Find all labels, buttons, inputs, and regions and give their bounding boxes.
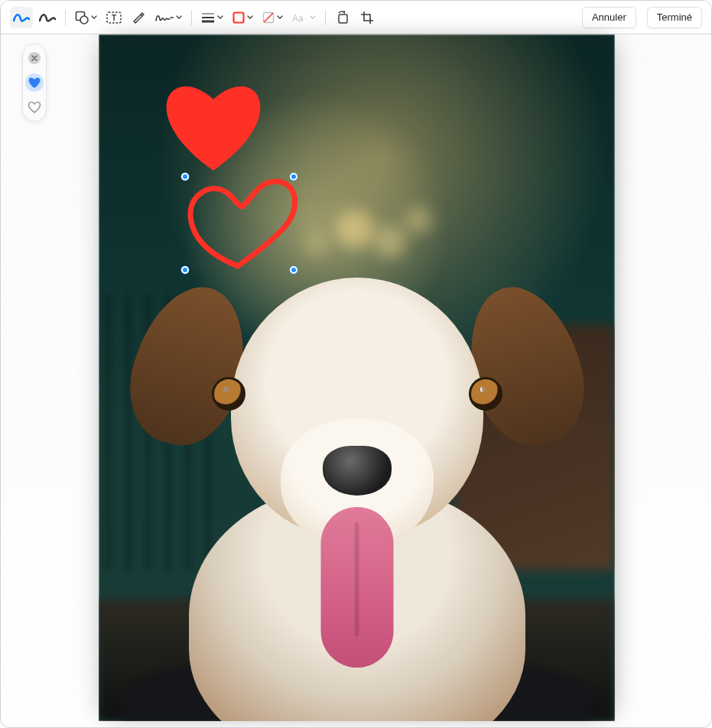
shapes-menu[interactable] — [72, 7, 100, 28]
close-icon — [28, 52, 41, 64]
selection-handle-tl[interactable] — [181, 173, 189, 180]
draw-icon — [39, 11, 56, 24]
heart-sketch-annotation[interactable] — [183, 168, 305, 279]
chevron-down-icon — [217, 15, 223, 19]
crop-icon — [360, 11, 374, 24]
markup-toolbar: T — [1, 1, 711, 34]
heart-outline-option[interactable] — [25, 98, 44, 116]
chevron-down-icon — [277, 15, 283, 19]
heart-outline-icon — [28, 101, 41, 113]
close-palette[interactable] — [25, 49, 44, 67]
sign-menu[interactable] — [152, 7, 185, 28]
separator — [65, 10, 66, 25]
chevron-down-icon — [310, 15, 316, 19]
selection-handle-bl[interactable] — [181, 266, 189, 274]
image-canvas[interactable] — [99, 34, 615, 721]
sketch-icon — [13, 11, 30, 24]
svg-text:T: T — [112, 14, 116, 22]
text-tool[interactable]: T — [103, 7, 125, 28]
highlight-tool[interactable] — [128, 7, 149, 28]
selection-handle-br[interactable] — [290, 266, 297, 274]
signature-icon — [155, 11, 174, 24]
sketch-suggestion-palette — [22, 44, 47, 122]
heart-filled-option[interactable] — [25, 73, 44, 92]
chevron-down-icon — [247, 15, 253, 19]
separator — [191, 10, 192, 25]
draw-tool[interactable] — [36, 7, 59, 28]
text-style-icon: Aa — [292, 12, 307, 23]
rotate-tool[interactable] — [332, 7, 353, 28]
cancel-button[interactable]: Annuler — [582, 7, 636, 28]
selection-handle-tr[interactable] — [290, 173, 297, 180]
stroke-weight-menu[interactable] — [198, 7, 226, 28]
sketch-tool[interactable] — [10, 7, 33, 28]
text-style-menu[interactable]: Aa — [289, 7, 319, 28]
border-color-menu[interactable] — [229, 7, 256, 28]
cancel-button-label: Annuler — [592, 11, 626, 23]
border-color-swatch — [232, 11, 245, 24]
heart-filled-annotation[interactable] — [156, 73, 271, 176]
svg-point-1 — [80, 16, 88, 24]
highlighter-icon — [132, 11, 145, 24]
text-box-icon: T — [106, 11, 122, 24]
chevron-down-icon — [176, 15, 182, 19]
shapes-icon — [75, 11, 89, 24]
chevron-down-icon — [91, 15, 97, 19]
done-button-label: Terminé — [657, 11, 692, 23]
crop-tool[interactable] — [356, 7, 378, 28]
done-button[interactable]: Terminé — [647, 7, 702, 28]
fill-color-menu[interactable] — [259, 7, 286, 28]
svg-text:Aa: Aa — [292, 13, 304, 23]
fill-color-swatch — [262, 11, 275, 24]
svg-rect-7 — [234, 12, 244, 22]
svg-rect-11 — [339, 15, 347, 23]
rotate-icon — [336, 11, 349, 24]
heart-filled-icon — [28, 76, 41, 89]
separator — [325, 10, 326, 25]
lines-icon — [201, 12, 215, 23]
